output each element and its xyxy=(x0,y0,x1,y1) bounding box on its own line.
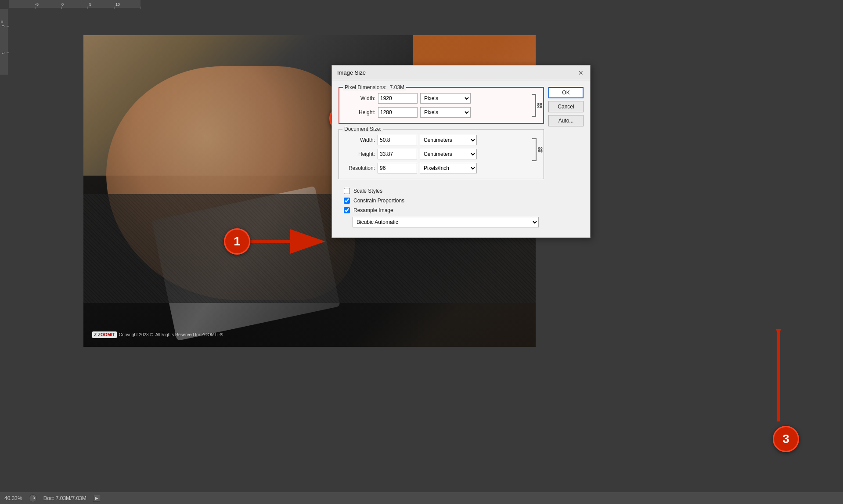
document-size-legend: Document Size: xyxy=(342,126,383,132)
dialog-titlebar: Image Size ✕ xyxy=(332,65,590,80)
dialog-main: Pixel Dimensions: 7.03M Width: Pixels Pe… xyxy=(339,87,544,231)
resample-method-select[interactable]: Bicubic Automatic Bicubic Smoother Bicub… xyxy=(353,217,539,227)
svg-text:-5: -5 xyxy=(35,2,39,7)
doc-width-input[interactable] xyxy=(378,135,417,145)
document-size-section: Document Size: Width: Centimeters Pixels… xyxy=(339,129,544,179)
svg-text:0: 0 xyxy=(1,25,5,27)
watermark-logo: Z ZOOMIT xyxy=(92,331,117,338)
pixel-dimensions-section: Pixel Dimensions: 7.03M Width: Pixels Pe… xyxy=(339,87,544,124)
dialog-buttons: OK Cancel Auto... xyxy=(548,87,584,231)
annotation-circle-1: 1 xyxy=(224,228,250,255)
scale-styles-checkbox[interactable] xyxy=(344,188,350,194)
pixel-height-label: Height: xyxy=(345,109,375,115)
doc-height-label: Height: xyxy=(344,151,375,157)
resample-image-checkbox[interactable] xyxy=(344,207,350,213)
resample-method-row: Bicubic Automatic Bicubic Smoother Bicub… xyxy=(344,217,539,227)
resolution-input[interactable] xyxy=(378,163,417,173)
scale-styles-label: Scale Styles xyxy=(353,188,382,194)
svg-text:5: 5 xyxy=(89,2,91,7)
pixel-dimensions-fields: Width: Pixels Percent Inches Centimeters… xyxy=(345,93,528,118)
doc-link-icon: ⛓ xyxy=(530,138,538,161)
status-forward-button[interactable]: ▶ xyxy=(93,495,100,502)
ruler-top: -5 0 5 10 15 20 25 30 35 40 45 50 55 60 … xyxy=(9,0,140,9)
svg-rect-48 xyxy=(0,9,9,75)
ruler-left: 0 0 5 10 15 20 25 30 35 40 45 50 55 60 6… xyxy=(0,9,9,75)
pixel-height-row: Height: Pixels Percent Inches Centimeter… xyxy=(345,107,528,118)
dialog-close-button[interactable]: ✕ xyxy=(577,69,585,77)
pixel-height-unit-select[interactable]: Pixels Percent Inches Centimeters xyxy=(420,107,471,118)
pixel-width-input[interactable] xyxy=(378,93,418,104)
status-bar: 40.33% Doc: 7.03M/7.03M ▶ xyxy=(0,492,843,504)
resolution-row: Resolution: Pixels/Inch Pixels/Centimete… xyxy=(344,163,529,173)
svg-text:0: 0 xyxy=(1,20,3,24)
arrow-1 xyxy=(249,229,328,256)
pixel-link-bracket: ⛓ xyxy=(532,94,536,117)
constrain-proportions-checkbox[interactable] xyxy=(344,198,350,204)
ok-button[interactable]: OK xyxy=(548,87,584,98)
pixel-width-label: Width: xyxy=(345,95,375,101)
rotate-icon xyxy=(31,496,35,500)
link-chain-icon: ⛓ xyxy=(537,102,542,109)
doc-info: Doc: 7.03M/7.03M xyxy=(43,495,86,501)
checkboxes-area: Scale Styles Constrain Proportions Resam… xyxy=(339,184,544,231)
dialog-body: Pixel Dimensions: 7.03M Width: Pixels Pe… xyxy=(332,80,590,238)
doc-width-label: Width: xyxy=(344,137,375,143)
document-size-fields: Width: Centimeters Pixels Inches Millime… xyxy=(344,135,529,173)
auto-button[interactable]: Auto... xyxy=(548,115,584,126)
image-size-dialog: Image Size ✕ Pixel Dimensions: 7.03M Wid… xyxy=(331,65,591,238)
pixel-width-unit-select[interactable]: Pixels Percent Inches Centimeters xyxy=(420,93,471,104)
watermark-logo-text: Z ZOOMIT xyxy=(94,332,115,337)
watermark: Z ZOOMIT Copyright 2023 ©. All Rights Re… xyxy=(92,331,223,338)
resample-image-row: Resample Image: xyxy=(344,207,539,213)
constrain-proportions-row: Constrain Proportions xyxy=(344,198,539,204)
svg-text:0: 0 xyxy=(61,2,64,7)
dialog-title: Image Size xyxy=(337,69,366,76)
resolution-label: Resolution: xyxy=(344,165,375,171)
doc-width-unit-select[interactable]: Centimeters Pixels Inches Millimeters xyxy=(420,135,477,145)
svg-text:10: 10 xyxy=(115,2,120,7)
svg-rect-0 xyxy=(9,0,140,9)
pixel-link-icon: ⛓ xyxy=(530,94,538,117)
doc-link-bracket: ⛓ xyxy=(532,138,537,161)
resample-image-label: Resample Image: xyxy=(353,207,395,213)
pixel-dimensions-legend: Pixel Dimensions: 7.03M xyxy=(343,84,406,90)
doc-height-row: Height: Centimeters Pixels Inches Millim… xyxy=(344,149,529,159)
scale-styles-row: Scale Styles xyxy=(344,188,539,194)
svg-text:5: 5 xyxy=(1,51,5,54)
resolution-unit-select[interactable]: Pixels/Inch Pixels/Centimeter xyxy=(420,163,477,173)
doc-width-row: Width: Centimeters Pixels Inches Millime… xyxy=(344,135,529,145)
pixel-height-input[interactable] xyxy=(378,107,418,118)
cancel-button[interactable]: Cancel xyxy=(548,101,584,112)
zoom-level: 40.33% xyxy=(4,495,22,501)
arrow-3 xyxy=(765,329,792,426)
pixel-width-row: Width: Pixels Percent Inches Centimeters xyxy=(345,93,528,104)
doc-height-input[interactable] xyxy=(378,149,417,159)
status-rotate-button[interactable] xyxy=(29,494,37,502)
annotation-circle-3: 3 xyxy=(773,426,799,452)
doc-height-unit-select[interactable]: Centimeters Pixels Inches Millimeters xyxy=(420,149,477,159)
doc-link-chain-icon: ⛓ xyxy=(537,147,543,153)
svg-marker-91 xyxy=(33,497,35,499)
watermark-text: Copyright 2023 ©. All Rights Reserved fo… xyxy=(119,332,223,337)
constrain-proportions-label: Constrain Proportions xyxy=(353,198,404,204)
